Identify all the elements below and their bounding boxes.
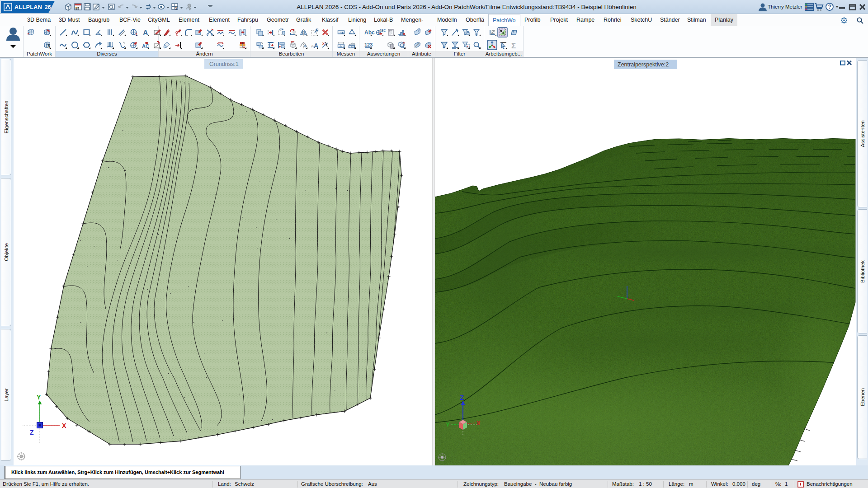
svg-text:Y: Y [37, 394, 41, 401]
svg-text:x: x [322, 41, 325, 46]
svg-text:x: x [158, 41, 160, 44]
svg-text:Zentralperspektive:2: Zentralperspektive:2 [618, 61, 669, 68]
svg-text:Y: Y [446, 421, 450, 428]
svg-text:2: 2 [175, 6, 177, 10]
svg-text:Z: Z [30, 429, 34, 436]
svg-text:Grundriss:1: Grundriss:1 [209, 61, 239, 67]
svg-text:A: A [143, 29, 148, 37]
svg-text:§: § [47, 43, 50, 49]
svg-text:123: 123 [364, 42, 373, 47]
svg-text:X: X [62, 422, 66, 429]
svg-text:ABC: ABC [379, 29, 386, 32]
svg-text:X: X [476, 420, 481, 427]
svg-text:Z: Z [460, 394, 464, 401]
svg-text:ALLPLAN: ALLPLAN [14, 4, 42, 10]
svg-text:AC: AC [142, 43, 149, 49]
svg-text:Abc: Abc [364, 29, 375, 36]
svg-text:Σ: Σ [511, 42, 516, 50]
svg-text:?: ? [828, 4, 831, 10]
svg-text:26: 26 [45, 4, 51, 10]
